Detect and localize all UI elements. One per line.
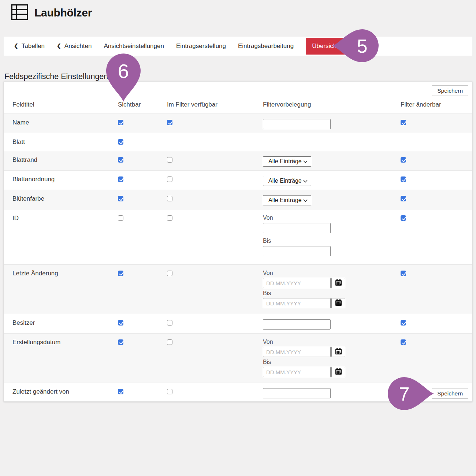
- app-header: Laubhölzer: [11, 4, 92, 22]
- table-row: ErstellungsdatumVonBis: [4, 334, 472, 383]
- nav-back-ansichten[interactable]: ❮ Ansichten: [57, 42, 92, 50]
- sichtbar-checkbox[interactable]: [118, 215, 123, 221]
- tab-eintragserstellung[interactable]: Eintragserstellung: [176, 42, 226, 50]
- calendar-icon: [335, 299, 342, 308]
- calendar-button[interactable]: [331, 347, 345, 357]
- cell-filter-aenderbar: [397, 314, 472, 333]
- tab-ansichtseinstellungen[interactable]: Ansichtseinstellungen: [104, 42, 164, 50]
- filter-preset-input[interactable]: [263, 119, 331, 129]
- cell-sichtbar: [114, 133, 163, 151]
- calendar-icon: [335, 368, 342, 376]
- calendar-button[interactable]: [331, 298, 345, 308]
- cell-sichtbar: [114, 314, 163, 333]
- filter-changeable-checkbox[interactable]: [401, 176, 406, 182]
- filter-available-checkbox[interactable]: [167, 215, 172, 221]
- filter-changeable-checkbox[interactable]: [401, 389, 406, 394]
- filter-preset-select[interactable]: Alle Einträge: [263, 156, 311, 167]
- save-button-top[interactable]: Speichern: [432, 85, 468, 96]
- select-value: Alle Einträge: [268, 158, 302, 165]
- sichtbar-checkbox[interactable]: [118, 271, 123, 276]
- table-row: Zuletzt geändert von: [4, 383, 472, 416]
- save-button-bottom[interactable]: Speichern: [432, 388, 468, 399]
- filter-changeable-checkbox[interactable]: [401, 320, 406, 326]
- field-title: Zuletzt geändert von: [9, 383, 114, 416]
- nav-back-tabellen[interactable]: ❮ Tabellen: [14, 42, 45, 50]
- cell-filtervorbelegung: Alle Einträge: [259, 151, 397, 170]
- sichtbar-checkbox[interactable]: [118, 157, 123, 163]
- table-row: BlütenfarbeAlle Einträge: [4, 190, 472, 209]
- sichtbar-checkbox[interactable]: [118, 196, 123, 201]
- filter-available-checkbox[interactable]: [167, 120, 172, 125]
- cell-sichtbar: [114, 171, 163, 190]
- filter-preset-input[interactable]: [263, 388, 331, 398]
- sichtbar-checkbox[interactable]: [118, 320, 123, 326]
- sichtbar-checkbox[interactable]: [118, 120, 123, 125]
- filter-changeable-checkbox[interactable]: [401, 215, 406, 221]
- cell-filter-aenderbar: [397, 209, 472, 264]
- date-input-group: [263, 278, 397, 288]
- chevron-down-icon: [303, 197, 308, 204]
- filter-available-checkbox[interactable]: [167, 339, 172, 345]
- range-from-input[interactable]: [263, 223, 331, 233]
- filter-available-checkbox[interactable]: [167, 176, 172, 182]
- sichtbar-checkbox[interactable]: [118, 176, 123, 182]
- filter-changeable-checkbox[interactable]: [401, 271, 406, 276]
- sichtbar-checkbox[interactable]: [118, 139, 123, 145]
- date-input[interactable]: [263, 278, 331, 288]
- cell-filtervorbelegung: [259, 133, 397, 151]
- calendar-button[interactable]: [331, 367, 345, 377]
- svg-text:6: 6: [118, 60, 129, 82]
- filter-available-checkbox[interactable]: [167, 157, 172, 163]
- tab-uebersicht-active[interactable]: Übersicht: [306, 38, 345, 55]
- filter-available-checkbox[interactable]: [167, 196, 172, 201]
- tab-eintragsbearbeitung[interactable]: Eintragsbearbeitung: [238, 42, 294, 50]
- column-header-feldtitel: Feldtitel: [9, 101, 114, 108]
- filter-changeable-checkbox[interactable]: [401, 196, 406, 201]
- table-grid-icon: [11, 4, 28, 22]
- date-input[interactable]: [263, 367, 331, 377]
- cell-im-filter-verfuegbar: [163, 334, 259, 383]
- field-title: Erstellungsdatum: [9, 334, 114, 383]
- page-title: Laubhölzer: [34, 7, 92, 19]
- filter-changeable-checkbox[interactable]: [401, 339, 406, 345]
- calendar-button[interactable]: [331, 278, 345, 288]
- table-header-row: Feldtitel Sichtbar Im Filter verfügbar F…: [4, 82, 472, 114]
- date-input-group: [263, 298, 397, 308]
- cell-im-filter-verfuegbar: [163, 314, 259, 333]
- column-header-im-filter-verfuegbar: Im Filter verfügbar: [163, 101, 259, 108]
- filter-changeable-checkbox[interactable]: [401, 120, 406, 125]
- range-to-input[interactable]: [263, 246, 331, 256]
- date-input[interactable]: [263, 347, 331, 357]
- settings-table-rows: NameBlattBlattrandAlle EinträgeBlattanor…: [4, 114, 472, 416]
- filter-available-checkbox[interactable]: [167, 271, 172, 276]
- table-row: Besitzer: [4, 314, 472, 334]
- table-row: BlattanordnungAlle Einträge: [4, 171, 472, 190]
- range-label: Bis: [263, 359, 397, 365]
- cell-im-filter-verfuegbar: [163, 171, 259, 190]
- cell-filtervorbelegung: VonBis: [259, 209, 397, 264]
- sichtbar-checkbox[interactable]: [118, 389, 123, 394]
- cell-sichtbar: [114, 383, 163, 416]
- field-title: Blattanordnung: [9, 171, 114, 190]
- nav-back-label: Tabellen: [22, 42, 45, 50]
- filter-preset-select[interactable]: Alle Einträge: [263, 195, 311, 205]
- filter-available-checkbox[interactable]: [167, 320, 172, 326]
- field-title: Letzte Änderung: [9, 265, 114, 314]
- cell-filtervorbelegung: Alle Einträge: [259, 171, 397, 190]
- date-input[interactable]: [263, 298, 331, 308]
- field-title: ID: [9, 209, 114, 264]
- range-label: Von: [263, 215, 397, 221]
- field-title: Blütenfarbe: [9, 190, 114, 209]
- field-title: Besitzer: [9, 314, 114, 333]
- filter-available-checkbox[interactable]: [167, 389, 172, 394]
- filter-preset-select[interactable]: Alle Einträge: [263, 176, 311, 186]
- filter-changeable-checkbox[interactable]: [401, 157, 406, 163]
- calendar-icon: [335, 279, 342, 287]
- sichtbar-checkbox[interactable]: [118, 339, 123, 345]
- cell-sichtbar: [114, 151, 163, 170]
- cell-filter-aenderbar: [397, 171, 472, 190]
- filter-preset-input[interactable]: [263, 319, 331, 330]
- cell-im-filter-verfuegbar: [163, 151, 259, 170]
- field-title: Name: [9, 114, 114, 133]
- cell-sichtbar: [114, 190, 163, 209]
